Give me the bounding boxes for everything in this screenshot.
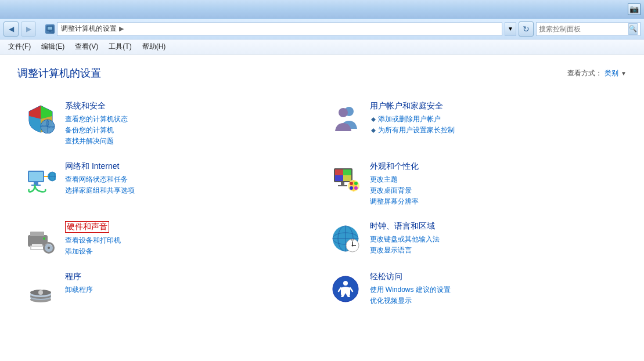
svg-point-28 bbox=[350, 186, 353, 190]
svg-rect-12 bbox=[31, 185, 41, 186]
category-clock-language[interactable]: 12 时钟、语言和区域 更改键盘或其他输入法 更改显示语言 bbox=[322, 214, 627, 264]
svg-rect-1 bbox=[48, 27, 52, 30]
address-icon bbox=[45, 24, 55, 34]
sub-link-troubleshoot[interactable]: 查找并解决问题 bbox=[65, 136, 316, 147]
user-accounts-links: 添加或删除用户帐户 为所有用户设置家长控制 bbox=[370, 114, 621, 136]
svg-rect-2 bbox=[49, 31, 51, 32]
view-mode-label: 查看方式： bbox=[567, 68, 602, 78]
address-bar: ◀ ▶ 调整计算机的设置 ▶ ▼ ↻ 🔍 bbox=[0, 19, 644, 39]
programs-text: 程序 卸载程序 bbox=[65, 272, 316, 295]
svg-rect-23 bbox=[341, 182, 344, 185]
sub-link-homegroup[interactable]: 选择家庭组和共享选项 bbox=[65, 185, 316, 196]
categories-grid: 系统和安全 查看您的计算机状态 备份您的计算机 查找并解决问题 bbox=[17, 94, 627, 313]
sub-link-status[interactable]: 查看您的计算机状态 bbox=[65, 114, 316, 125]
category-appearance[interactable]: 外观和个性化 更改主题 更改桌面背景 调整屏幕分辨率 bbox=[322, 154, 627, 215]
hardware-icon bbox=[23, 221, 58, 256]
view-mode-value[interactable]: 类别 bbox=[605, 68, 618, 78]
svg-point-29 bbox=[354, 186, 358, 190]
system-security-name[interactable]: 系统和安全 bbox=[65, 101, 316, 111]
search-box[interactable]: 🔍 bbox=[536, 22, 641, 36]
clock-language-links: 更改键盘或其他输入法 更改显示语言 bbox=[370, 234, 621, 256]
forward-button[interactable]: ▶ bbox=[21, 21, 36, 37]
system-security-icon bbox=[23, 101, 58, 136]
svg-rect-19 bbox=[335, 169, 343, 175]
sub-link-keyboard[interactable]: 更改键盘或其他输入法 bbox=[370, 234, 621, 245]
ease-access-name[interactable]: 轻松访问 bbox=[370, 272, 621, 282]
refresh-button[interactable]: ↻ bbox=[519, 21, 534, 37]
appearance-text: 外观和个性化 更改主题 更改桌面背景 调整屏幕分辨率 bbox=[370, 161, 621, 208]
appearance-links: 更改主题 更改桌面背景 调整屏幕分辨率 bbox=[370, 174, 621, 208]
search-button[interactable]: 🔍 bbox=[628, 23, 638, 35]
sub-link-devices[interactable]: 查看设备和打印机 bbox=[65, 235, 316, 246]
svg-rect-21 bbox=[335, 175, 343, 181]
address-dropdown[interactable]: ▼ bbox=[505, 22, 516, 36]
svg-point-38 bbox=[48, 247, 50, 249]
sub-link-add-device[interactable]: 添加设备 bbox=[65, 246, 316, 257]
svg-rect-20 bbox=[343, 169, 351, 175]
ease-access-text: 轻松访问 使用 Windows 建议的设置 优化视频显示 bbox=[370, 272, 621, 306]
svg-rect-22 bbox=[343, 175, 351, 181]
svg-rect-24 bbox=[338, 185, 347, 186]
menu-file[interactable]: 文件(F) bbox=[3, 41, 35, 53]
clock-language-name[interactable]: 时钟、语言和区域 bbox=[370, 221, 621, 232]
sub-link-network-status[interactable]: 查看网络状态和任务 bbox=[65, 174, 316, 185]
menu-edit[interactable]: 编辑(E) bbox=[37, 41, 69, 53]
sub-link-display-lang[interactable]: 更改显示语言 bbox=[370, 245, 621, 256]
screenshot-button[interactable]: 📷 bbox=[628, 3, 641, 15]
sub-link-uninstall[interactable]: 卸载程序 bbox=[65, 284, 316, 295]
system-security-text: 系统和安全 查看您的计算机状态 备份您的计算机 查找并解决问题 bbox=[65, 101, 316, 147]
menu-view[interactable]: 查看(V) bbox=[70, 41, 103, 53]
svg-point-26 bbox=[350, 182, 353, 185]
sub-link-windows-recommend[interactable]: 使用 Windows 建议的设置 bbox=[370, 284, 621, 295]
network-name[interactable]: 网络和 Internet bbox=[65, 161, 316, 172]
svg-point-54 bbox=[38, 290, 43, 295]
svg-rect-33 bbox=[31, 247, 43, 249]
sub-link-theme[interactable]: 更改主题 bbox=[370, 174, 621, 185]
sub-link-wallpaper[interactable]: 更改桌面背景 bbox=[370, 185, 621, 196]
sub-link-backup[interactable]: 备份您的计算机 bbox=[65, 125, 316, 136]
view-mode-arrow: ▼ bbox=[621, 70, 627, 77]
search-input[interactable] bbox=[539, 25, 626, 33]
category-user-accounts[interactable]: 用户帐户和家庭安全 添加或删除用户帐户 为所有用户设置家长控制 bbox=[322, 94, 627, 154]
appearance-name[interactable]: 外观和个性化 bbox=[370, 161, 621, 172]
clock-language-text: 时钟、语言和区域 更改键盘或其他输入法 更改显示语言 bbox=[370, 221, 621, 256]
programs-name[interactable]: 程序 bbox=[65, 272, 316, 282]
category-network[interactable]: 网络和 Internet 查看网络状态和任务 选择家庭组和共享选项 bbox=[17, 154, 322, 215]
svg-point-47 bbox=[351, 245, 353, 247]
category-hardware-sound[interactable]: 硬件和声音 查看设备和打印机 添加设备 bbox=[17, 214, 322, 264]
category-ease-access[interactable]: 轻松访问 使用 Windows 建议的设置 优化视频显示 bbox=[322, 265, 627, 313]
svg-rect-34 bbox=[32, 244, 42, 246]
menu-tools[interactable]: 工具(T) bbox=[104, 41, 136, 53]
sub-link-add-user[interactable]: 添加或删除用户帐户 bbox=[370, 114, 621, 125]
back-button[interactable]: ◀ bbox=[3, 21, 19, 37]
menu-bar: 文件(F) 编辑(E) 查看(V) 工具(T) 帮助(H) bbox=[0, 39, 644, 55]
programs-links: 卸载程序 bbox=[65, 284, 316, 295]
sub-link-parental[interactable]: 为所有用户设置家长控制 bbox=[370, 125, 621, 136]
svg-rect-10 bbox=[29, 172, 43, 181]
svg-point-8 bbox=[339, 108, 348, 117]
window-controls: 📷 bbox=[628, 3, 641, 15]
user-accounts-text: 用户帐户和家庭安全 添加或删除用户帐户 为所有用户设置家长控制 bbox=[370, 101, 621, 136]
main-content: 调整计算机的设置 查看方式： 类别 ▼ bbox=[0, 55, 644, 361]
category-system-security[interactable]: 系统和安全 查看您的计算机状态 备份您的计算机 查找并解决问题 bbox=[17, 94, 322, 154]
address-text: 调整计算机的设置 bbox=[61, 24, 117, 34]
user-accounts-name[interactable]: 用户帐户和家庭安全 bbox=[370, 101, 621, 111]
appearance-icon bbox=[328, 161, 363, 196]
breadcrumb-arrow: ▶ bbox=[119, 25, 124, 33]
system-security-links: 查看您的计算机状态 备份您的计算机 查找并解决问题 bbox=[65, 114, 316, 147]
menu-help[interactable]: 帮助(H) bbox=[138, 41, 171, 53]
sub-link-resolution[interactable]: 调整屏幕分辨率 bbox=[370, 196, 621, 207]
view-mode-selector[interactable]: 查看方式： 类别 ▼ bbox=[567, 68, 627, 78]
hardware-text: 硬件和声音 查看设备和打印机 添加设备 bbox=[65, 221, 316, 257]
category-programs[interactable]: 程序 卸载程序 bbox=[17, 265, 322, 313]
network-text: 网络和 Internet 查看网络状态和任务 选择家庭组和共享选项 bbox=[65, 161, 316, 196]
clock-language-icon: 12 bbox=[328, 221, 363, 256]
hardware-name[interactable]: 硬件和声音 bbox=[65, 221, 109, 233]
svg-rect-31 bbox=[30, 232, 44, 236]
page-header: 调整计算机的设置 查看方式： 类别 ▼ bbox=[17, 66, 627, 80]
network-links: 查看网络状态和任务 选择家庭组和共享选项 bbox=[65, 174, 316, 196]
ease-access-links: 使用 Windows 建议的设置 优化视频显示 bbox=[370, 284, 621, 306]
ease-access-icon bbox=[328, 272, 363, 306]
sub-link-optimize-video[interactable]: 优化视频显示 bbox=[370, 295, 621, 306]
address-input[interactable]: 调整计算机的设置 ▶ bbox=[57, 22, 502, 36]
